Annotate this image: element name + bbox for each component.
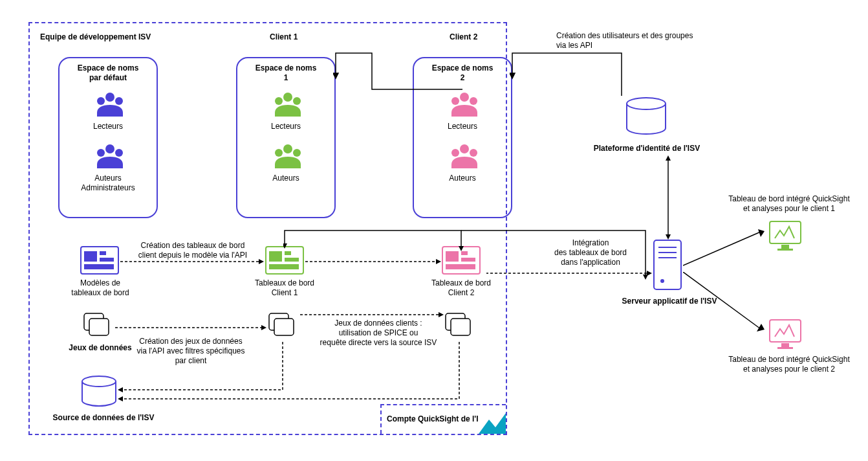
svg-rect-22 <box>100 258 114 262</box>
svg-line-59 <box>683 232 761 265</box>
svg-rect-20 <box>84 251 97 262</box>
svg-point-14 <box>470 97 477 105</box>
server-icon <box>653 240 682 290</box>
ns1-authors: Auteurs <box>237 174 334 183</box>
isv-datasource-icon <box>80 376 118 408</box>
svg-rect-57 <box>781 343 789 347</box>
datasets-c1-icon <box>268 312 299 339</box>
svg-line-60 <box>683 272 761 329</box>
svg-point-5 <box>115 149 123 157</box>
svg-rect-37 <box>89 319 109 335</box>
svg-point-6 <box>283 93 292 102</box>
svg-point-0 <box>105 93 114 102</box>
ns2-authors: Auteurs <box>414 174 511 183</box>
svg-point-7 <box>275 97 283 105</box>
svg-point-15 <box>460 144 469 153</box>
svg-point-17 <box>470 149 477 157</box>
line-identity-server <box>664 155 672 240</box>
client2-header: Client 2 <box>450 32 477 41</box>
svg-rect-41 <box>451 319 470 335</box>
arrow-server-embed-c1 <box>683 227 767 272</box>
svg-point-10 <box>275 149 283 157</box>
datasets-c2-icon <box>444 312 475 339</box>
svg-rect-39 <box>274 319 294 335</box>
svg-rect-54 <box>781 245 789 249</box>
arrow-identity-to-ns2 <box>510 51 624 96</box>
isv-team-header: Equipe de développement ISV <box>40 32 151 41</box>
ns-default-title1: Espace de noms <box>78 63 139 73</box>
ns1-title2: 1 <box>284 73 288 82</box>
dashed-arrow-ds-c2 <box>300 311 445 319</box>
readers-icon-default <box>92 91 128 117</box>
dashboard-models-icon <box>80 246 119 275</box>
authors-icon-default <box>92 142 128 168</box>
quicksight-logo-icon <box>479 407 506 434</box>
embedded-c2-icon <box>767 317 803 350</box>
dashed-arrow-server-qs <box>481 269 653 277</box>
svg-point-1 <box>97 97 105 105</box>
ns1-readers: Lecteurs <box>237 122 334 131</box>
identity-platform-label: Plateforme d'identité de l'ISV <box>582 144 711 153</box>
ns-default-title2: par défaut <box>89 73 127 82</box>
svg-point-13 <box>451 97 459 105</box>
dashed-arrow-ds-c1 <box>115 324 268 332</box>
datasets-isv-icon <box>83 312 114 339</box>
arrow-identity-ns1-branch <box>333 51 462 96</box>
isv-datasource-label: Source de données de l'ISV <box>45 413 162 423</box>
client1-header: Client 1 <box>270 32 298 41</box>
namespace-1: Espace de noms 1 Lecteurs Auteurs <box>236 57 336 218</box>
identity-creation-text: Création des utilisateurs et des groupes… <box>556 31 724 51</box>
svg-rect-25 <box>269 251 282 262</box>
dashboard-models-label: Modèles de tableaux de bord <box>58 278 142 298</box>
svg-point-11 <box>293 149 301 157</box>
ns-default-authors: Auteurs Administrateurs <box>60 174 157 193</box>
svg-point-44 <box>82 376 116 387</box>
dashboard-c2-label: Tableaux de bord Client 2 <box>422 278 500 298</box>
qs-account-label: Compte QuickSight de l'ISV <box>387 414 489 423</box>
arrow-server-embed-c2 <box>683 272 767 337</box>
dashed-arrow-models-c1 <box>120 258 265 265</box>
svg-point-3 <box>105 144 114 153</box>
svg-rect-58 <box>777 347 793 349</box>
svg-point-4 <box>97 149 105 157</box>
svg-point-18 <box>627 98 666 109</box>
svg-rect-23 <box>84 264 114 269</box>
svg-rect-55 <box>777 249 793 251</box>
svg-point-8 <box>293 97 301 105</box>
svg-point-50 <box>660 279 664 283</box>
dashed-line-c2-source <box>118 342 463 401</box>
svg-point-2 <box>115 97 123 105</box>
readers-icon-1 <box>270 91 306 117</box>
ns-default-readers: Lecteurs <box>60 122 157 131</box>
embedded-c2-label: Tableau de bord intégré QuickSight et an… <box>724 355 854 374</box>
svg-rect-21 <box>100 251 106 255</box>
namespace-default: Espace de noms par défaut Lecteurs Auteu… <box>58 57 158 218</box>
svg-point-9 <box>283 144 292 153</box>
authors-icon-1 <box>270 142 306 168</box>
authors-icon-2 <box>446 142 483 168</box>
embedded-c1-label: Tableau de bord intégré QuickSight et an… <box>724 194 854 214</box>
embedded-c1-icon <box>767 219 803 251</box>
identity-db-icon <box>624 97 669 136</box>
ns1-title1: Espace de noms <box>255 63 317 73</box>
ns2-readers: Lecteurs <box>414 122 511 131</box>
dashboard-c1-label: Tableaux de bord Client 1 <box>246 278 323 298</box>
svg-point-16 <box>451 149 459 157</box>
